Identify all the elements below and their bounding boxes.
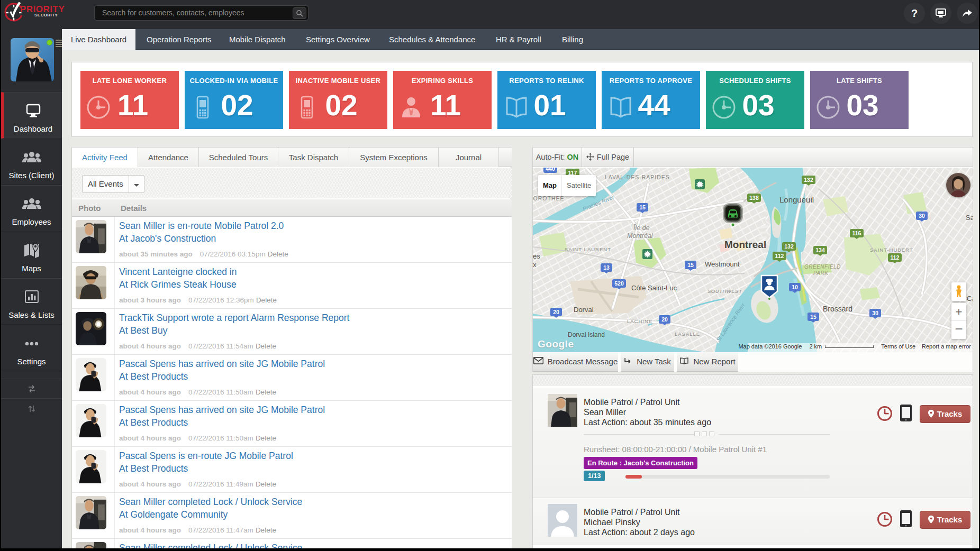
svg-text:Île de: Île de bbox=[633, 224, 650, 232]
svg-text:LACHINE: LACHINE bbox=[627, 318, 652, 324]
svg-text:Longueuil: Longueuil bbox=[779, 195, 814, 204]
svg-text:116: 116 bbox=[852, 230, 861, 236]
svg-text:13: 13 bbox=[603, 264, 610, 271]
svg-text:Westmount: Westmount bbox=[705, 260, 740, 268]
svg-text:Dorval: Dorval bbox=[574, 306, 594, 314]
svg-text:30: 30 bbox=[872, 310, 878, 316]
svg-text:134: 134 bbox=[815, 247, 825, 253]
svg-text:520: 520 bbox=[614, 280, 624, 287]
svg-text:Brossard: Brossard bbox=[823, 305, 852, 313]
svg-text:SAINT-HUBERT: SAINT-HUBERT bbox=[870, 247, 913, 253]
svg-text:LASALLE: LASALLE bbox=[675, 331, 700, 337]
svg-text:Montréal: Montréal bbox=[627, 232, 654, 240]
svg-text:15: 15 bbox=[639, 204, 646, 210]
svg-text:138: 138 bbox=[749, 195, 759, 201]
svg-text:10: 10 bbox=[792, 284, 798, 290]
svg-text:112: 112 bbox=[775, 253, 784, 259]
svg-text:30: 30 bbox=[919, 213, 925, 219]
svg-text:PARK: PARK bbox=[813, 270, 829, 276]
svg-text:GREENFIELD: GREENFIELD bbox=[804, 264, 841, 270]
svg-text:Ca: Ca bbox=[967, 295, 973, 302]
svg-text:Dorval Island: Dorval Island bbox=[568, 331, 605, 338]
svg-text:es: es bbox=[533, 252, 540, 260]
svg-text:15: 15 bbox=[810, 314, 816, 320]
svg-text:112: 112 bbox=[891, 254, 900, 261]
svg-text:SAINT-LAURENT: SAINT-LAURENT bbox=[565, 246, 611, 252]
svg-text:20: 20 bbox=[661, 316, 668, 323]
svg-text:15: 15 bbox=[687, 262, 694, 268]
svg-text:LAVAL-DES-RAPIDES: LAVAL-DES-RAPIDES bbox=[605, 174, 670, 180]
svg-text:132: 132 bbox=[804, 177, 813, 183]
svg-text:20: 20 bbox=[553, 309, 559, 315]
svg-text:132: 132 bbox=[784, 243, 794, 250]
svg-text:440: 440 bbox=[546, 168, 555, 172]
svg-text:Sa: Sa bbox=[966, 214, 973, 222]
svg-text:Côte Saint-Luc: Côte Saint-Luc bbox=[631, 284, 677, 292]
svg-text:SOUTHWEST: SOUTHWEST bbox=[707, 288, 742, 294]
svg-text:x: x bbox=[533, 261, 537, 269]
svg-text:Montreal: Montreal bbox=[724, 239, 766, 250]
